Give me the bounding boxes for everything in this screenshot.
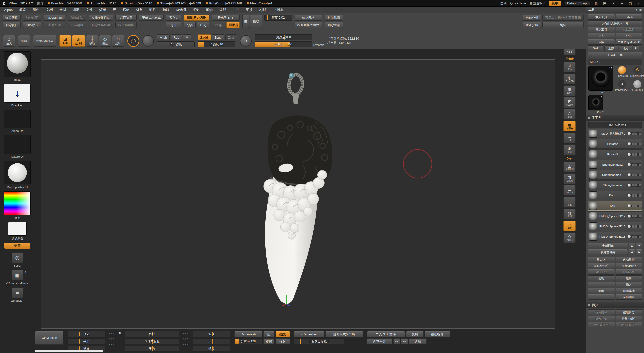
right-shelf-button[interactable]: BPR <box>564 49 576 55</box>
subtool-action-button[interactable]: 粘贴选择 <box>616 269 642 275</box>
menu-item[interactable]: 颜色 <box>33 8 39 12</box>
menu-item[interactable]: Alpha <box>4 8 13 12</box>
quick-tool[interactable]: S SimpleBrush <box>630 66 644 79</box>
lazymouse-button[interactable]: LazyMouse <box>44 15 65 21</box>
rgb-intensity-slider[interactable]: Rgb 强度 <box>157 41 195 47</box>
subtool-toggle-icon[interactable] <box>638 132 641 135</box>
divide-button[interactable]: 细分网格 <box>3 15 21 21</box>
cache-button[interactable]: 缓存 <box>212 22 225 28</box>
subtool-toggle-icon[interactable] <box>631 184 634 187</box>
list-all-button[interactable]: 全部列出 <box>588 243 628 248</box>
subtool-toggle-icon[interactable] <box>631 132 634 135</box>
grid-icon[interactable]: ▦ <box>594 1 599 5</box>
copy-icon[interactable]: ▣ <box>602 1 607 5</box>
poly-75k-button[interactable]: 7万5 <box>184 22 196 28</box>
visibility-eye-icon[interactable] <box>628 184 631 187</box>
menu-item[interactable]: 宏 <box>113 8 116 12</box>
draw-mode-button[interactable]: ◭ 绘 制 <box>72 35 85 47</box>
minimize-icon[interactable]: – <box>619 1 624 5</box>
subtool-toggle-icon[interactable] <box>638 184 641 187</box>
extract-button[interactable]: 提取 <box>250 15 262 28</box>
subtool-toggle-icon[interactable] <box>638 235 641 238</box>
folder-down-icon[interactable]: ↪ <box>636 249 642 255</box>
menu-item[interactable]: 灯光 <box>99 8 106 12</box>
menu-item[interactable]: 材质 <box>136 8 143 12</box>
delete-morph-target-button[interactable]: 删除变换目标 <box>89 22 113 28</box>
subtool-toggle-icon[interactable] <box>635 174 638 176</box>
subtool-action-button[interactable]: 追加 <box>616 275 642 281</box>
m-button[interactable]: M <box>183 34 191 40</box>
alpha-thumbnail[interactable] <box>4 110 31 128</box>
zremesher-legacy-button[interactable]: 经典模式(2018) <box>325 331 363 337</box>
right-shelf-button[interactable]: ⇅ 滚动 <box>564 62 576 72</box>
tool-action-button[interactable]: 生成 PolyMesh3D <box>616 39 642 45</box>
dot-icon[interactable]: ◉ <box>118 331 121 334</box>
texture-thumbnail[interactable] <box>4 135 31 154</box>
new-folder-button[interactable]: 新建文件夹 <box>588 249 628 255</box>
current-stroke-thumbnail[interactable]: ↓ <box>4 84 31 103</box>
subtool-row[interactable]: Extract3 <box>588 149 642 159</box>
spiral-icon[interactable]: ◎ <box>12 252 23 263</box>
ui-transparency-slider[interactable]: 界面透明 0 <box>530 1 545 6</box>
right-shelf-button[interactable]: ◍ 透明 <box>564 209 576 219</box>
subtool-toggle-icon[interactable] <box>635 153 638 156</box>
color-swatch[interactable] <box>8 222 27 236</box>
subtool-action-button[interactable]: 复制 <box>588 275 615 281</box>
material-thumbnail[interactable] <box>4 161 31 184</box>
subtool-row[interactable]: PM3D_Sphere3D15 <box>588 232 642 241</box>
dynamesh-polish-button[interactable]: 抛光 <box>276 331 290 337</box>
right-shelf-button[interactable]: ◎ Zoom3D <box>564 74 576 84</box>
subtool-row[interactable]: Kou <box>588 201 642 211</box>
deform-slider[interactable]: 气球式膨胀 <box>125 338 179 344</box>
move-up-button[interactable]: ▲ <box>629 243 635 248</box>
menu-item[interactable]: 纹理 <box>219 8 226 12</box>
subtool-toggle-icon[interactable] <box>635 184 638 187</box>
subtool-toggle-icon[interactable] <box>638 174 641 176</box>
subtool-toggle-icon[interactable] <box>638 215 641 218</box>
extract-pattern-icon[interactable]: ▩ <box>242 15 249 28</box>
delete-hidden-button[interactable]: 删除隐藏 <box>325 22 343 28</box>
menu-item[interactable]: Z插件 <box>259 8 268 12</box>
dynamesh-button[interactable]: Dynamesh <box>234 331 262 337</box>
tool-action-button[interactable]: 全部 <box>604 45 618 51</box>
split-action-button[interactable]: 拆分为部件 <box>616 316 642 321</box>
subtool-toggle-icon[interactable] <box>631 174 634 176</box>
thickness-slider[interactable]: 厚度 0.02 <box>264 15 292 21</box>
right-shelf-button[interactable]: ▤ Line Fill <box>564 185 576 196</box>
tool-action-button[interactable]: 粘贴工具 <box>616 27 642 32</box>
tool-action-button[interactable]: 复制工具 <box>588 27 615 32</box>
check-mesh-button[interactable]: 检查网格完整性 <box>295 22 322 28</box>
autogroups-button[interactable]: 自动分组 <box>523 15 541 21</box>
material-sphere-icon[interactable] <box>142 35 154 47</box>
subtool-row[interactable]: Kou1 <box>588 191 642 200</box>
subtool-toggle-icon[interactable] <box>635 132 638 135</box>
home-button[interactable]: ⌂ 主页 <box>3 35 15 47</box>
subtool-row[interactable]: PM3D_Sphere3D17 <box>588 211 642 221</box>
visibility-eye-icon[interactable] <box>628 225 631 228</box>
subtool-row[interactable]: Shengdanmao <box>588 180 642 190</box>
append-button[interactable]: 追加 <box>409 338 427 344</box>
subtool-toggle-icon[interactable] <box>635 225 638 228</box>
viewport-canvas[interactable] <box>41 59 555 329</box>
open-button[interactable]: 打开 <box>166 22 181 28</box>
zremesher-button[interactable]: ZRemesher <box>294 331 324 337</box>
help-icon[interactable]: ? <box>611 1 616 5</box>
alt-color-button[interactable]: 交替 <box>4 243 30 249</box>
subtool-row[interactable]: Shengdanmao2 <box>588 160 642 169</box>
store-morph-target-button[interactable]: 存储变换目标 <box>89 15 113 21</box>
dynamesh-resolution-slider[interactable]: 分辨率 128 <box>234 338 262 344</box>
subtool-action-button[interactable] <box>588 294 615 300</box>
secondary-tool-thumbnail[interactable]: 13 <box>588 95 603 110</box>
zremesher-guide-icon[interactable]: ▣1 <box>12 270 23 280</box>
fix-mesh-button[interactable]: 修复网格 <box>295 15 322 21</box>
tool-action-button[interactable]: 从项目文件载入工具 <box>588 20 642 26</box>
right-shelf-button[interactable]: ◌ 幽灵 <box>564 221 576 231</box>
flip-button[interactable]: 翻转 <box>542 22 584 28</box>
tool-action-button[interactable]: 导出 <box>616 33 642 38</box>
poly-150k-button[interactable]: 15万 <box>197 22 209 28</box>
visibility-eye-icon[interactable] <box>628 215 631 218</box>
tool-action-button[interactable]: 灯箱►工具 <box>588 52 642 57</box>
pin-icon[interactable]: ▾ <box>636 8 637 11</box>
quicksave-button[interactable]: QuickSave <box>510 1 526 5</box>
update-size-ratio-button[interactable]: 更新大小比率 <box>139 15 164 21</box>
